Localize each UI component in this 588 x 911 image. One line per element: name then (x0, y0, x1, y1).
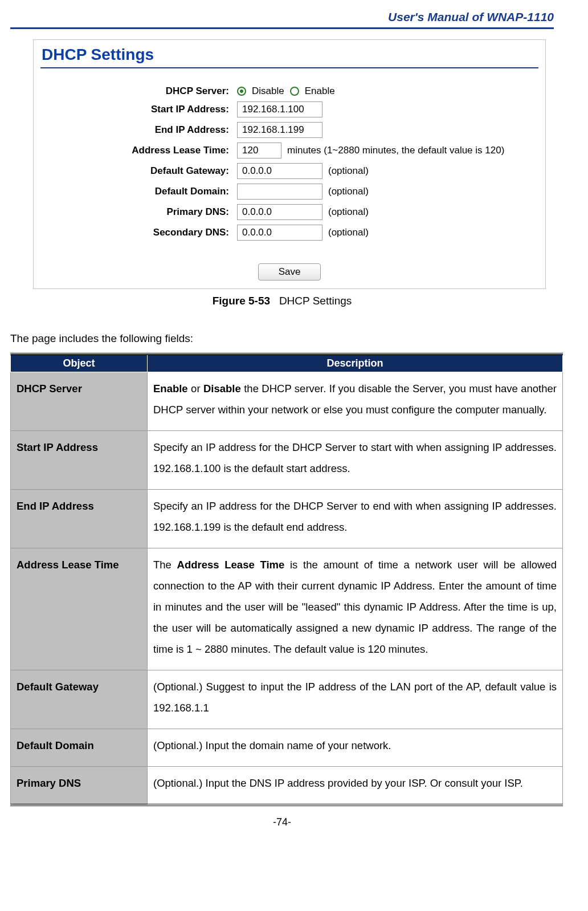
table-row: Primary DNS(Optional.) Input the DNS IP … (11, 767, 563, 806)
row-sdns: Secondary DNS: (optional) (40, 225, 538, 241)
label-lease: Address Lease Time: (40, 145, 237, 156)
figure-text: DHCP Settings (279, 295, 352, 307)
row-lease: Address Lease Time: minutes (1~2880 minu… (40, 143, 538, 158)
panel-title: DHCP Settings (42, 46, 538, 64)
save-button[interactable]: Save (258, 263, 321, 280)
hint-sdns: (optional) (328, 227, 369, 238)
intro-text: The page includes the following fields: (10, 332, 554, 345)
cell-description: (Optional.) Input the DNS IP address pro… (148, 767, 563, 806)
hint-pdns: (optional) (328, 206, 369, 218)
row-end-ip: End IP Address: (40, 122, 538, 138)
row-domain: Default Domain: (optional) (40, 184, 538, 200)
hint-domain: (optional) (328, 186, 369, 197)
input-pdns[interactable] (237, 204, 322, 220)
input-sdns[interactable] (237, 225, 322, 241)
hint-lease: minutes (1~2880 minutes, the default val… (287, 145, 504, 156)
table-row: Start IP AddressSpecify an IP address fo… (11, 431, 563, 490)
input-gateway[interactable] (237, 163, 322, 179)
cell-object: DHCP Server (11, 372, 148, 431)
cell-object: End IP Address (11, 490, 148, 548)
cell-description: (Optional.) Input the domain name of you… (148, 729, 563, 767)
description-table: Object Description DHCP ServerEnable or … (10, 353, 563, 806)
table-row: End IP AddressSpecify an IP address for … (11, 490, 563, 548)
hint-gateway: (optional) (328, 165, 369, 177)
desc-tbody: DHCP ServerEnable or Disable the DHCP se… (11, 372, 563, 806)
label-domain: Default Domain: (40, 186, 237, 197)
input-lease[interactable] (237, 143, 281, 158)
manual-header: User's Manual of WNAP-1110 (10, 10, 554, 27)
cell-description: Specify an IP address for the DHCP Serve… (148, 431, 563, 490)
page-number: -74- (10, 816, 554, 828)
radio-enable[interactable] (290, 87, 299, 96)
table-row: Address Lease TimeThe Address Lease Time… (11, 548, 563, 670)
label-pdns: Primary DNS: (40, 206, 237, 218)
row-pdns: Primary DNS: (optional) (40, 204, 538, 220)
cell-object: Default Domain (11, 729, 148, 767)
cell-description: (Optional.) Suggest to input the IP addr… (148, 670, 563, 729)
input-domain[interactable] (237, 184, 322, 200)
label-start-ip: Start IP Address: (40, 104, 237, 115)
screenshot-panel: DHCP Settings DHCP Server: Disable Enabl… (33, 39, 546, 289)
row-start-ip: Start IP Address: (40, 101, 538, 117)
label-end-ip: End IP Address: (40, 124, 237, 136)
label-dhcp-server: DHCP Server: (40, 86, 237, 97)
panel-title-underline (40, 67, 538, 68)
radio-enable-label: Enable (305, 86, 335, 97)
radio-disable[interactable] (237, 87, 246, 96)
input-end-ip[interactable] (237, 122, 322, 138)
label-gateway: Default Gateway: (40, 165, 237, 177)
input-start-ip[interactable] (237, 101, 322, 117)
row-gateway: Default Gateway: (optional) (40, 163, 538, 179)
cell-object: Address Lease Time (11, 548, 148, 670)
row-dhcp-server: DHCP Server: Disable Enable (40, 86, 538, 97)
cell-object: Default Gateway (11, 670, 148, 729)
cell-description: Enable or Disable the DHCP server. If yo… (148, 372, 563, 431)
table-row: Default Domain(Optional.) Input the doma… (11, 729, 563, 767)
header-rule (10, 27, 554, 29)
save-row: Save (40, 263, 538, 280)
table-row: DHCP ServerEnable or Disable the DHCP se… (11, 372, 563, 431)
cell-description: The Address Lease Time is the amount of … (148, 548, 563, 670)
figure-number: Figure 5-53 (213, 295, 270, 307)
cell-description: Specify an IP address for the DHCP Serve… (148, 490, 563, 548)
label-sdns: Secondary DNS: (40, 227, 237, 238)
radio-disable-label: Disable (252, 86, 284, 97)
table-row: Default Gateway(Optional.) Suggest to in… (11, 670, 563, 729)
cell-object: Primary DNS (11, 767, 148, 806)
th-description: Description (148, 354, 563, 372)
cell-object: Start IP Address (11, 431, 148, 490)
th-object: Object (11, 354, 148, 372)
figure-caption: Figure 5-53 DHCP Settings (10, 295, 554, 307)
